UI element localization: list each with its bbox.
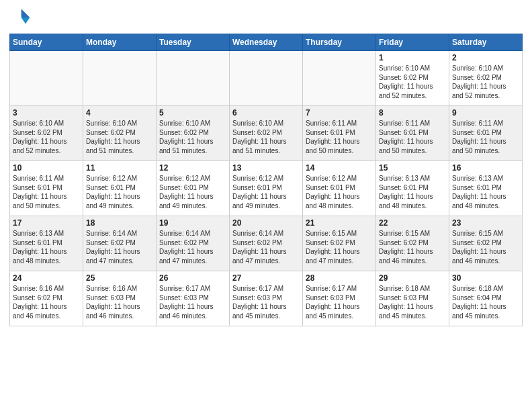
calendar-cell: 13Sunrise: 6:12 AM Sunset: 6:01 PM Dayli… [230,161,303,216]
day-number: 16 [452,163,519,173]
day-info: Sunrise: 6:12 AM Sunset: 6:01 PM Dayligh… [232,174,300,210]
day-number: 18 [86,218,153,228]
day-number: 8 [379,108,446,118]
day-info: Sunrise: 6:11 AM Sunset: 6:01 PM Dayligh… [13,174,80,210]
day-number: 3 [13,108,80,118]
calendar-cell: 23Sunrise: 6:15 AM Sunset: 6:02 PM Dayli… [449,216,523,271]
calendar-cell [83,51,157,106]
svg-marker-0 [21,9,30,17]
calendar-cell: 4Sunrise: 6:10 AM Sunset: 6:02 PM Daylig… [83,106,157,161]
day-number: 4 [86,108,153,118]
calendar-cell: 16Sunrise: 6:13 AM Sunset: 6:01 PM Dayli… [449,161,523,216]
calendar-cell: 22Sunrise: 6:15 AM Sunset: 6:02 PM Dayli… [376,216,449,271]
calendar-cell: 2Sunrise: 6:10 AM Sunset: 6:02 PM Daylig… [449,51,523,106]
day-info: Sunrise: 6:13 AM Sunset: 6:01 PM Dayligh… [452,174,519,210]
day-info: Sunrise: 6:15 AM Sunset: 6:02 PM Dayligh… [452,229,519,265]
day-number: 1 [379,53,446,62]
svg-marker-1 [21,17,30,24]
calendar-header-thursday: Thursday [303,34,376,51]
calendar-cell: 7Sunrise: 6:11 AM Sunset: 6:01 PM Daylig… [303,106,376,161]
day-info: Sunrise: 6:10 AM Sunset: 6:02 PM Dayligh… [232,119,300,155]
calendar-cell [10,51,83,106]
day-info: Sunrise: 6:11 AM Sunset: 6:01 PM Dayligh… [379,119,446,155]
day-number: 21 [306,218,373,228]
calendar: SundayMondayTuesdayWednesdayThursdayFrid… [9,34,523,326]
calendar-week-5: 24Sunrise: 6:16 AM Sunset: 6:02 PM Dayli… [10,271,523,326]
calendar-cell: 25Sunrise: 6:16 AM Sunset: 6:03 PM Dayli… [83,271,157,326]
day-number: 30 [452,273,519,283]
calendar-cell: 5Sunrise: 6:10 AM Sunset: 6:02 PM Daylig… [157,106,230,161]
calendar-header-sunday: Sunday [10,34,83,51]
calendar-cell: 10Sunrise: 6:11 AM Sunset: 6:01 PM Dayli… [10,161,83,216]
day-number: 5 [159,108,226,118]
calendar-header-saturday: Saturday [449,34,523,51]
calendar-cell: 18Sunrise: 6:14 AM Sunset: 6:02 PM Dayli… [83,216,157,271]
calendar-cell [157,51,230,106]
calendar-cell: 8Sunrise: 6:11 AM Sunset: 6:01 PM Daylig… [376,106,449,161]
day-info: Sunrise: 6:12 AM Sunset: 6:01 PM Dayligh… [159,174,226,210]
day-info: Sunrise: 6:14 AM Sunset: 6:02 PM Dayligh… [159,229,226,265]
day-number: 19 [159,218,226,228]
calendar-cell: 11Sunrise: 6:12 AM Sunset: 6:01 PM Dayli… [83,161,157,216]
calendar-header-friday: Friday [376,34,449,51]
day-number: 7 [306,108,373,118]
day-number: 26 [159,273,226,283]
day-number: 12 [159,163,226,173]
calendar-cell: 15Sunrise: 6:13 AM Sunset: 6:01 PM Dayli… [376,161,449,216]
day-info: Sunrise: 6:13 AM Sunset: 6:01 PM Dayligh… [379,174,446,210]
day-info: Sunrise: 6:14 AM Sunset: 6:02 PM Dayligh… [86,229,153,265]
day-info: Sunrise: 6:10 AM Sunset: 6:02 PM Dayligh… [13,119,80,155]
calendar-cell: 29Sunrise: 6:18 AM Sunset: 6:03 PM Dayli… [376,271,449,326]
calendar-week-1: 1Sunrise: 6:10 AM Sunset: 6:02 PM Daylig… [10,51,523,106]
day-info: Sunrise: 6:18 AM Sunset: 6:04 PM Dayligh… [452,284,519,320]
day-number: 14 [306,163,373,173]
calendar-cell: 28Sunrise: 6:17 AM Sunset: 6:03 PM Dayli… [303,271,376,326]
calendar-cell: 21Sunrise: 6:15 AM Sunset: 6:02 PM Dayli… [303,216,376,271]
calendar-cell: 9Sunrise: 6:11 AM Sunset: 6:01 PM Daylig… [449,106,523,161]
calendar-header-row: SundayMondayTuesdayWednesdayThursdayFrid… [10,34,523,51]
day-number: 17 [13,218,80,228]
day-number: 15 [379,163,446,173]
day-number: 13 [232,163,300,173]
day-info: Sunrise: 6:12 AM Sunset: 6:01 PM Dayligh… [306,174,373,210]
day-number: 27 [232,273,300,283]
day-info: Sunrise: 6:17 AM Sunset: 6:03 PM Dayligh… [306,284,373,320]
logo [9,7,34,28]
calendar-cell [303,51,376,106]
calendar-cell: 3Sunrise: 6:10 AM Sunset: 6:02 PM Daylig… [10,106,83,161]
day-number: 2 [452,53,519,62]
day-number: 9 [452,108,519,118]
day-info: Sunrise: 6:17 AM Sunset: 6:03 PM Dayligh… [159,284,226,320]
day-info: Sunrise: 6:11 AM Sunset: 6:01 PM Dayligh… [306,119,373,155]
calendar-cell: 12Sunrise: 6:12 AM Sunset: 6:01 PM Dayli… [157,161,230,216]
day-info: Sunrise: 6:10 AM Sunset: 6:02 PM Dayligh… [379,64,446,100]
day-info: Sunrise: 6:15 AM Sunset: 6:02 PM Dayligh… [306,229,373,265]
day-info: Sunrise: 6:13 AM Sunset: 6:01 PM Dayligh… [13,229,80,265]
calendar-cell: 14Sunrise: 6:12 AM Sunset: 6:01 PM Dayli… [303,161,376,216]
calendar-cell: 20Sunrise: 6:14 AM Sunset: 6:02 PM Dayli… [230,216,303,271]
day-number: 28 [306,273,373,283]
calendar-header-monday: Monday [83,34,157,51]
header [9,7,523,28]
logo-icon [9,7,31,28]
day-info: Sunrise: 6:14 AM Sunset: 6:02 PM Dayligh… [232,229,300,265]
day-info: Sunrise: 6:11 AM Sunset: 6:01 PM Dayligh… [452,119,519,155]
calendar-week-2: 3Sunrise: 6:10 AM Sunset: 6:02 PM Daylig… [10,106,523,161]
day-number: 10 [13,163,80,173]
calendar-cell: 26Sunrise: 6:17 AM Sunset: 6:03 PM Dayli… [157,271,230,326]
day-info: Sunrise: 6:10 AM Sunset: 6:02 PM Dayligh… [452,64,519,100]
page: SundayMondayTuesdayWednesdayThursdayFrid… [0,0,532,411]
calendar-cell: 6Sunrise: 6:10 AM Sunset: 6:02 PM Daylig… [230,106,303,161]
day-number: 11 [86,163,153,173]
day-number: 24 [13,273,80,283]
day-number: 23 [452,218,519,228]
calendar-cell: 30Sunrise: 6:18 AM Sunset: 6:04 PM Dayli… [449,271,523,326]
calendar-cell [230,51,303,106]
day-info: Sunrise: 6:16 AM Sunset: 6:03 PM Dayligh… [86,284,153,320]
day-number: 6 [232,108,300,118]
calendar-header-wednesday: Wednesday [230,34,303,51]
day-info: Sunrise: 6:15 AM Sunset: 6:02 PM Dayligh… [379,229,446,265]
day-info: Sunrise: 6:10 AM Sunset: 6:02 PM Dayligh… [159,119,226,155]
day-info: Sunrise: 6:12 AM Sunset: 6:01 PM Dayligh… [86,174,153,210]
day-number: 20 [232,218,300,228]
